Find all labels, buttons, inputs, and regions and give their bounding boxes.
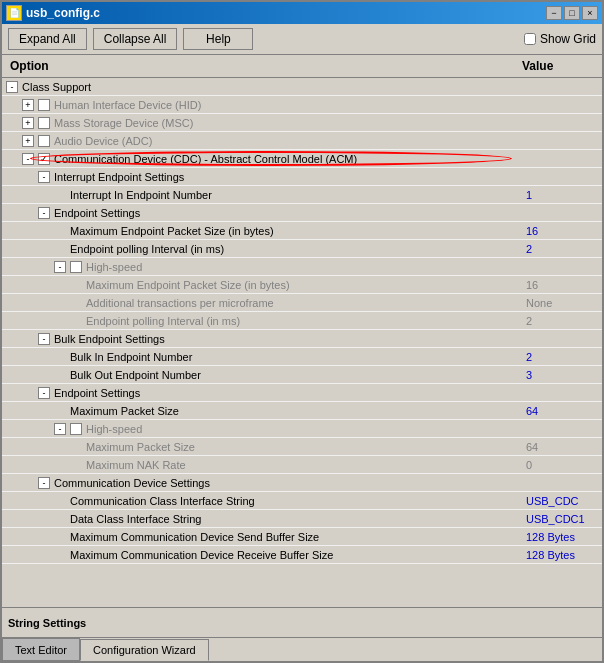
expand-icon[interactable]: - [54, 261, 66, 273]
tree-cell-option: Communication Class Interface String [2, 494, 522, 508]
tree-cell-option: -High-speed [2, 422, 522, 436]
tree-row-label: Endpoint Settings [54, 207, 140, 219]
expand-icon[interactable]: - [38, 333, 50, 345]
expand-icon[interactable]: - [38, 207, 50, 219]
tree-row[interactable]: Maximum Packet Size64 [2, 402, 602, 420]
expand-icon[interactable]: + [22, 117, 34, 129]
tree-row[interactable]: +Audio Device (ADC) [2, 132, 602, 150]
tree-row-label: High-speed [86, 423, 142, 435]
row-checkbox[interactable] [38, 99, 50, 111]
tree-row[interactable]: Maximum Endpoint Packet Size (in bytes)1… [2, 222, 602, 240]
tree-cell-option: Maximum Endpoint Packet Size (in bytes) [2, 224, 522, 238]
expand-all-button[interactable]: Expand All [8, 28, 87, 50]
tree-cell-value: USB_CDC1 [522, 512, 602, 526]
tree-row-label: Endpoint Settings [54, 387, 140, 399]
row-checkbox[interactable] [38, 135, 50, 147]
string-settings-label: String Settings [8, 617, 86, 629]
tree-row-label: Maximum Endpoint Packet Size (in bytes) [70, 225, 274, 237]
tree-cell-option: Maximum Packet Size [2, 440, 522, 454]
tree-cell-option: -Communication Device Settings [2, 476, 522, 490]
tree-row[interactable]: Bulk Out Endpoint Number3 [2, 366, 602, 384]
tree-cell-value: USB_CDC [522, 494, 602, 508]
tree-row[interactable]: Endpoint polling Interval (in ms)2 [2, 240, 602, 258]
tree-row[interactable]: Data Class Interface StringUSB_CDC1 [2, 510, 602, 528]
tree-row[interactable]: -Endpoint Settings [2, 384, 602, 402]
tree-cell-option: -High-speed [2, 260, 522, 274]
tree-body: -Class Support+Human Interface Device (H… [2, 78, 602, 564]
tab-text-editor[interactable]: Text Editor [2, 638, 80, 661]
tree-cell-option: Additional transactions per microframe [2, 296, 522, 310]
row-checkbox[interactable] [70, 423, 82, 435]
tree-container[interactable]: -Class Support+Human Interface Device (H… [2, 78, 602, 607]
tree-cell-value: 64 [522, 404, 602, 418]
tree-row[interactable]: -Communication Device Settings [2, 474, 602, 492]
row-checkbox[interactable] [38, 117, 50, 129]
tree-row-label: Endpoint polling Interval (in ms) [86, 315, 240, 327]
tree-row[interactable]: Communication Class Interface StringUSB_… [2, 492, 602, 510]
tree-row-label: Bulk Out Endpoint Number [70, 369, 201, 381]
tree-row[interactable]: Bulk In Endpoint Number2 [2, 348, 602, 366]
tree-cell-option: -Bulk Endpoint Settings [2, 332, 522, 346]
tree-row[interactable]: Maximum Packet Size64 [2, 438, 602, 456]
tree-cell-value: 2 [522, 242, 602, 256]
tree-row[interactable]: -High-speed [2, 258, 602, 276]
tree-cell-value [522, 428, 602, 430]
tree-row[interactable]: Maximum Endpoint Packet Size (in bytes)1… [2, 276, 602, 294]
tree-row-label: Maximum Packet Size [86, 441, 195, 453]
tree-cell-option: +Mass Storage Device (MSC) [2, 116, 522, 130]
title-bar-controls: − □ × [546, 6, 598, 20]
tree-row[interactable]: Endpoint polling Interval (in ms)2 [2, 312, 602, 330]
tree-cell-option: Endpoint polling Interval (in ms) [2, 242, 522, 256]
tree-cell-value [522, 338, 602, 340]
show-grid-text: Show Grid [540, 32, 596, 46]
maximize-button[interactable]: □ [564, 6, 580, 20]
tree-row-label: Communication Device Settings [54, 477, 210, 489]
tree-cell-value [522, 158, 602, 160]
tree-cell-value [522, 86, 602, 88]
tree-row-label: Interrupt In Endpoint Number [70, 189, 212, 201]
collapse-all-button[interactable]: Collapse All [93, 28, 178, 50]
tree-row[interactable]: -High-speed [2, 420, 602, 438]
tree-cell-option: Bulk Out Endpoint Number [2, 368, 522, 382]
tree-row[interactable]: Maximum Communication Device Send Buffer… [2, 528, 602, 546]
tree-row[interactable]: +Mass Storage Device (MSC) [2, 114, 602, 132]
tree-cell-value [522, 176, 602, 178]
title-bar: 📄 usb_config.c − □ × [2, 2, 602, 24]
file-icon: 📄 [6, 5, 22, 21]
expand-icon[interactable]: + [22, 135, 34, 147]
expand-icon[interactable]: + [22, 99, 34, 111]
tree-row[interactable]: +Human Interface Device (HID) [2, 96, 602, 114]
help-button[interactable]: Help [183, 28, 253, 50]
tree-cell-value [522, 212, 602, 214]
tree-row[interactable]: -Communication Device (CDC) - Abstract C… [2, 150, 602, 168]
value-column-header: Value [518, 57, 598, 75]
tree-cell-option: Interrupt In Endpoint Number [2, 188, 522, 202]
show-grid-checkbox[interactable] [524, 33, 536, 45]
tree-row-label: Human Interface Device (HID) [54, 99, 201, 111]
close-button[interactable]: × [582, 6, 598, 20]
tree-row[interactable]: -Bulk Endpoint Settings [2, 330, 602, 348]
expand-icon[interactable]: - [54, 423, 66, 435]
tree-cell-option: Maximum Communication Device Send Buffer… [2, 530, 522, 544]
tree-row[interactable]: Interrupt In Endpoint Number1 [2, 186, 602, 204]
expand-icon[interactable]: - [38, 387, 50, 399]
tree-row-label: Communication Device (CDC) - Abstract Co… [54, 153, 357, 165]
tree-row[interactable]: Additional transactions per microframeNo… [2, 294, 602, 312]
tree-row[interactable]: -Endpoint Settings [2, 204, 602, 222]
tree-cell-value [522, 266, 602, 268]
tree-row-label: Maximum Packet Size [70, 405, 179, 417]
tree-cell-value: 3 [522, 368, 602, 382]
row-checkbox[interactable] [70, 261, 82, 273]
expand-icon[interactable]: - [6, 81, 18, 93]
tree-row[interactable]: -Interrupt Endpoint Settings [2, 168, 602, 186]
expand-icon[interactable]: - [22, 153, 34, 165]
tree-row[interactable]: Maximum Communication Device Receive Buf… [2, 546, 602, 564]
tree-cell-option: -Communication Device (CDC) - Abstract C… [2, 152, 522, 166]
expand-icon[interactable]: - [38, 171, 50, 183]
expand-icon[interactable]: - [38, 477, 50, 489]
tab-config-wizard[interactable]: Configuration Wizard [80, 639, 209, 661]
minimize-button[interactable]: − [546, 6, 562, 20]
tree-row[interactable]: -Class Support [2, 78, 602, 96]
tree-row[interactable]: Maximum NAK Rate0 [2, 456, 602, 474]
row-checkbox[interactable] [38, 153, 50, 165]
